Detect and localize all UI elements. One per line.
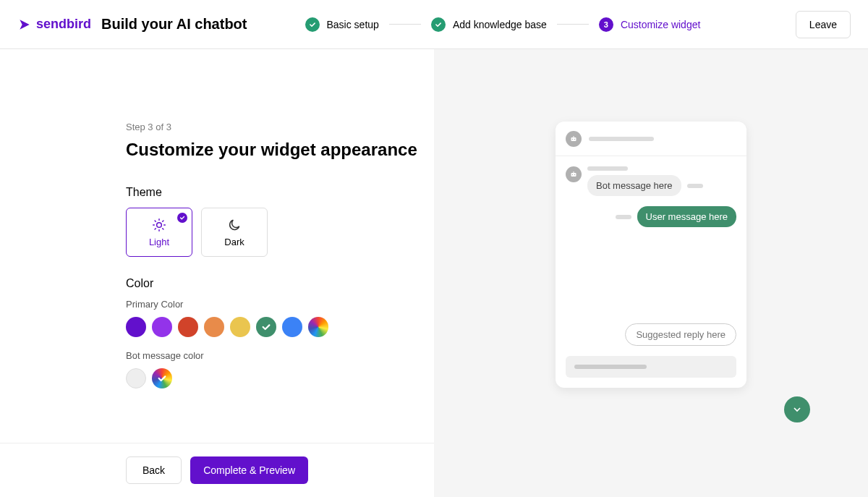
page-title: Build your AI chatbot <box>101 16 247 33</box>
color-swatch-orange[interactable] <box>204 317 224 337</box>
svg-rect-9 <box>571 137 576 141</box>
selected-badge-icon <box>177 213 187 223</box>
bot-avatar-icon <box>566 166 582 182</box>
color-swatch-custom[interactable] <box>308 317 328 337</box>
svg-rect-16 <box>574 171 574 173</box>
preview-panel: Bot message here User message here Sugge… <box>434 49 868 497</box>
step-knowledge-base: Add knowledge base <box>431 17 547 32</box>
step-label: Add knowledge base <box>453 19 547 30</box>
brand-logo: sendbird <box>17 17 91 32</box>
placeholder-line <box>574 365 647 369</box>
widget-header <box>556 122 746 156</box>
widget-body: Bot message here User message here Sugge… <box>556 156 746 356</box>
svg-point-10 <box>572 138 573 139</box>
svg-point-14 <box>572 174 573 175</box>
step-customize-widget: 3 Customize widget <box>599 17 701 32</box>
color-swatch-light-grey[interactable] <box>126 368 146 388</box>
color-swatch-custom[interactable] <box>152 368 172 388</box>
svg-line-6 <box>163 228 163 229</box>
complete-preview-button[interactable]: Complete & Preview <box>190 456 308 484</box>
widget-toggle-button[interactable] <box>784 396 810 422</box>
theme-option-light[interactable]: Light <box>126 208 192 257</box>
placeholder-line <box>616 215 631 219</box>
theme-option-label: Light <box>149 237 169 247</box>
step-number-badge: 3 <box>599 17 613 32</box>
page-heading: Customize your widget appearance <box>126 140 434 160</box>
form-panel: Step 3 of 3 Customize your widget appear… <box>0 49 434 497</box>
primary-color-swatches <box>126 317 434 337</box>
color-swatch-purple[interactable] <box>126 317 146 337</box>
bot-message-row: Bot message here <box>566 166 736 196</box>
bot-message-color-label: Bot message color <box>126 350 434 361</box>
theme-option-label: Dark <box>224 237 244 247</box>
check-icon <box>157 373 167 383</box>
svg-rect-13 <box>571 173 576 177</box>
user-message-bubble: User message here <box>637 206 736 227</box>
color-swatch-yellow[interactable] <box>230 317 250 337</box>
placeholder-line <box>587 166 628 171</box>
step-label: Basic setup <box>327 19 379 30</box>
check-icon <box>431 17 446 32</box>
check-icon <box>261 322 271 332</box>
app-header: sendbird Build your AI chatbot Basic set… <box>0 0 868 49</box>
theme-label: Theme <box>126 186 434 199</box>
color-swatch-green[interactable] <box>256 317 276 337</box>
leave-button[interactable]: Leave <box>796 11 851 38</box>
step-basic-setup: Basic setup <box>305 17 379 32</box>
placeholder-line <box>687 184 703 188</box>
color-label: Color <box>126 277 434 290</box>
progress-stepper: Basic setup Add knowledge base 3 Customi… <box>305 17 701 32</box>
bot-message-bubble: Bot message here <box>587 175 681 196</box>
svg-line-7 <box>155 228 156 229</box>
svg-point-15 <box>574 174 575 175</box>
primary-color-label: Primary Color <box>126 299 434 310</box>
placeholder-line <box>589 137 654 141</box>
theme-options: Light Dark <box>126 208 434 257</box>
back-button[interactable]: Back <box>126 456 182 484</box>
svg-line-8 <box>163 221 163 221</box>
check-icon <box>305 17 320 32</box>
brand-name: sendbird <box>36 17 91 32</box>
suggested-reply-chip[interactable]: Suggested reply here <box>625 323 736 346</box>
sun-icon <box>152 218 166 232</box>
color-swatch-blue[interactable] <box>282 317 302 337</box>
widget-input-placeholder[interactable] <box>566 356 736 378</box>
theme-option-dark[interactable]: Dark <box>201 208 268 257</box>
chevron-down-icon <box>791 404 803 415</box>
step-label: Customize widget <box>621 19 701 30</box>
color-swatch-violet[interactable] <box>152 317 172 337</box>
svg-point-11 <box>574 138 575 139</box>
step-divider <box>557 24 589 25</box>
svg-rect-12 <box>574 136 574 137</box>
form-footer: Back Complete & Preview <box>0 443 434 497</box>
bot-message-swatches <box>126 368 434 388</box>
step-indicator: Step 3 of 3 <box>126 122 434 132</box>
svg-point-0 <box>157 222 162 227</box>
sendbird-icon <box>17 17 32 32</box>
step-divider <box>389 24 421 25</box>
color-swatch-red[interactable] <box>178 317 198 337</box>
chat-widget-preview: Bot message here User message here Sugge… <box>556 122 746 388</box>
user-message-row: User message here <box>566 206 736 227</box>
bot-avatar-icon <box>566 131 582 147</box>
svg-line-5 <box>155 221 156 221</box>
moon-icon <box>227 218 242 232</box>
